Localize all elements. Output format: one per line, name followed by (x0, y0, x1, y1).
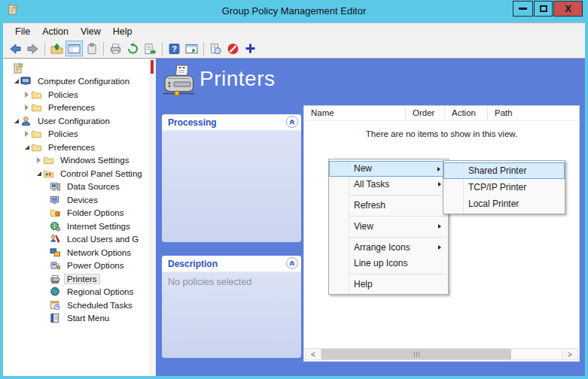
expanded-arrow-icon[interactable] (12, 79, 20, 83)
menu-help[interactable]: Help (107, 25, 139, 38)
tree-item-label: Windows Settings (57, 155, 132, 165)
export-list-button[interactable] (142, 41, 159, 56)
action-pane-button[interactable] (183, 41, 200, 56)
menu-action[interactable]: Action (36, 25, 75, 38)
collapsed-arrow-icon[interactable] (23, 105, 31, 111)
properties-button[interactable] (207, 41, 224, 56)
tree-item-internet-settings[interactable]: Internet Settings (3, 220, 149, 233)
maximize-icon (540, 5, 547, 12)
menu-view[interactable]: View (75, 25, 107, 38)
refresh-button[interactable] (124, 41, 142, 56)
clipboard-button[interactable] (83, 41, 100, 56)
scheduled-tasks-icon (50, 300, 61, 311)
tree-item-folder-options[interactable]: Folder Options (3, 207, 149, 220)
maximize-button[interactable] (534, 1, 553, 17)
tree-item-label: Data Sources (64, 181, 123, 192)
menu-file[interactable]: File (9, 25, 36, 38)
context-menu-all-tasks[interactable]: All Tasks (329, 177, 448, 193)
submenu-tcp-ip-printer[interactable]: TCP/IP Printer (443, 179, 565, 196)
tree-item-label: User Configuration (35, 116, 113, 126)
scroll-right-button[interactable]: > (562, 349, 577, 359)
tree-item-network-options[interactable]: Network Options (3, 246, 149, 259)
context-menu-line-up-icons[interactable]: Line up Icons (329, 256, 448, 271)
console-tree-button[interactable] (66, 41, 83, 56)
pane-splitter[interactable] (149, 59, 156, 376)
submenu-local-printer[interactable]: Local Printer (443, 196, 565, 212)
tree-item-regional-options[interactable]: Regional Options (3, 286, 149, 299)
tree-item-start-menu[interactable]: Start Menu (3, 312, 149, 326)
column-header-order[interactable]: Order (406, 106, 445, 120)
folder-icon (43, 155, 54, 165)
collapsed-arrow-icon[interactable] (35, 157, 43, 163)
tree-item-computer-configuration[interactable]: Computer Configuration (3, 75, 149, 89)
tree-item-scheduled-tasks[interactable]: Scheduled Tasks (3, 299, 149, 312)
tree-item-user-configuration[interactable]: User Configuration (3, 114, 149, 128)
tree-item-data-sources[interactable]: Data Sources (3, 180, 149, 194)
context-menu-refresh[interactable]: Refresh (329, 198, 448, 214)
tree-item-printers[interactable]: Printers (3, 272, 149, 286)
add-button[interactable] (242, 41, 259, 56)
scroll-icon (12, 62, 24, 74)
context-menu-help[interactable]: Help (329, 277, 448, 293)
forward-button[interactable] (24, 41, 41, 56)
title-bar[interactable]: Group Policy Management Editor X (0, 0, 588, 23)
start-menu-icon (50, 313, 61, 323)
folder-icon (31, 89, 42, 100)
context-menu-view[interactable]: View (329, 219, 448, 235)
tree-item-windows-settings[interactable]: Windows Settings (3, 154, 149, 168)
processing-panel-header: Processing (162, 114, 301, 131)
help-button[interactable]: ? (166, 41, 183, 56)
column-header-action[interactable]: Action (445, 106, 488, 120)
tree-item-policies[interactable]: Policies (3, 128, 149, 141)
disable-button[interactable] (224, 41, 242, 56)
minimize-icon (519, 8, 527, 10)
horizontal-scrollbar[interactable]: < > (305, 348, 578, 360)
tree-item-preferences[interactable]: Preferences (3, 102, 149, 115)
window-border-right (585, 23, 588, 379)
processing-panel: Processing (162, 114, 301, 242)
toolbar-separator (203, 42, 204, 56)
description-panel-header: Description (162, 256, 301, 272)
submenu-shared-printer[interactable]: Shared Printer (443, 162, 565, 179)
tree-item-policies[interactable]: Policies (3, 88, 149, 102)
tree-item-devices[interactable]: Devices (3, 193, 149, 207)
context-menu-arrange-icons[interactable]: Arrange Icons (329, 240, 448, 256)
tree-item-label: Scheduled Tasks (64, 300, 136, 311)
menu-separator (349, 237, 446, 238)
printers-icon (50, 274, 61, 284)
tree-item-power-options[interactable]: Power Options (3, 259, 149, 273)
column-header-name[interactable]: Name (304, 106, 406, 120)
tree-root-node[interactable] (3, 62, 149, 75)
power-options-icon (50, 260, 61, 271)
print-button[interactable] (107, 41, 124, 56)
scrollbar-thumb[interactable] (321, 349, 511, 359)
scroll-left-button[interactable]: < (306, 349, 321, 359)
folder-icon (31, 129, 42, 139)
close-button[interactable]: X (553, 1, 583, 17)
collapse-chevron-button[interactable] (286, 116, 298, 128)
up-folder-icon (50, 43, 63, 55)
minimize-button[interactable] (513, 1, 533, 17)
tree-item-local-users-and-g[interactable]: Local Users and G (3, 233, 149, 247)
tree-item-preferences[interactable]: Preferences (3, 141, 149, 154)
page-title: Printers (200, 67, 275, 91)
context-menu-new[interactable]: New (329, 161, 448, 177)
action-pane-icon (185, 43, 198, 55)
local-users-icon (50, 234, 61, 244)
menu-separator (349, 274, 446, 274)
regional-options-icon (50, 287, 61, 297)
column-header-path[interactable]: Path (488, 106, 578, 120)
expanded-arrow-icon[interactable] (35, 171, 43, 176)
back-button[interactable] (7, 41, 24, 56)
tree-item-control-panel-setting[interactable]: Control Panel Setting (3, 167, 149, 180)
up-folder-button[interactable] (48, 41, 66, 56)
expanded-arrow-icon[interactable] (12, 119, 20, 123)
collapse-chevron-button[interactable] (286, 257, 298, 269)
tree-item-label: Policies (45, 89, 81, 100)
expanded-arrow-icon[interactable] (23, 145, 31, 150)
folder-icon (31, 102, 42, 113)
tree-item-label: Network Options (64, 247, 134, 258)
menu-bar: FileActionViewHelp (3, 23, 585, 39)
collapsed-arrow-icon[interactable] (23, 131, 31, 137)
collapsed-arrow-icon[interactable] (23, 92, 31, 98)
